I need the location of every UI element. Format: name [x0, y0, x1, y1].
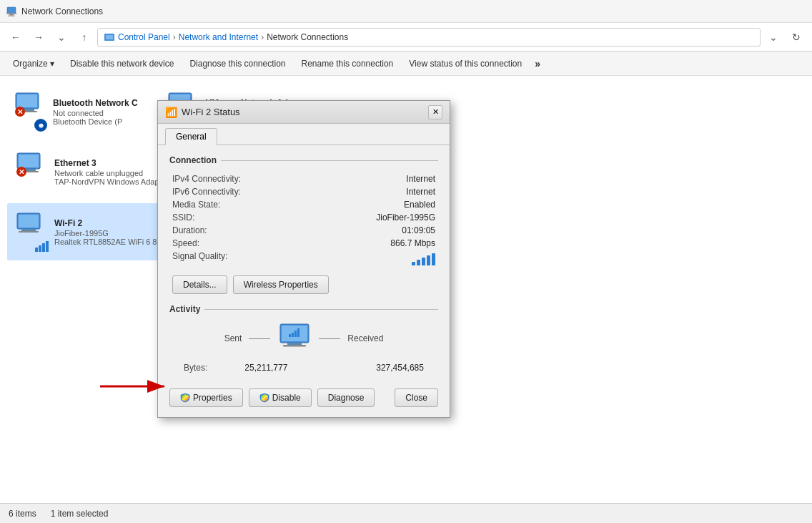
- connection-label: Connection: [169, 155, 217, 165]
- disable-label: Disable: [272, 393, 301, 403]
- breadcrumb-network-connections[interactable]: Network Connections: [267, 32, 348, 42]
- media-state-label: Media State:: [172, 200, 220, 210]
- wireless-properties-button[interactable]: Wireless Properties: [233, 275, 329, 294]
- network-item-bluetooth[interactable]: ✕ ⎈ Bluetooth Network C Not connected Bl…: [7, 83, 157, 140]
- bar-4: [427, 255, 430, 265]
- window-title: Network Connections: [21, 6, 103, 16]
- items-count: 6 items: [9, 509, 36, 519]
- diagnose-connection-button[interactable]: Diagnose this connection: [182, 54, 292, 73]
- svg-rect-29: [283, 345, 306, 347]
- ipv6-row: IPv6 Connectivity: Internet: [169, 185, 438, 198]
- activity-bytes: Bytes: 25,211,777 327,454,685: [169, 363, 438, 373]
- refresh-button[interactable]: ↻: [786, 27, 806, 47]
- bar-5: [432, 253, 435, 265]
- wifi2-computer-icon: [14, 212, 43, 239]
- activity-visual: Sent: [169, 321, 438, 356]
- bytes-label: Bytes:: [184, 363, 207, 373]
- toolbar: Organize ▾ Disable this network device D…: [0, 52, 812, 76]
- dialog-wifi-icon: 📶: [165, 107, 177, 118]
- more-options-button[interactable]: »: [530, 54, 545, 73]
- ssid-value: JioFiber-1995G: [376, 212, 435, 223]
- ethernet3-computer-icon: ✕: [14, 152, 43, 179]
- bluetooth-icon-wrap: ✕ ⎈: [13, 92, 47, 132]
- bar-2: [417, 260, 420, 265]
- wifi-status-dialog: 📶 Wi-Fi 2 Status ✕ General Connection IP…: [157, 100, 450, 418]
- breadcrumb-network-internet[interactable]: Network and Internet: [179, 32, 258, 42]
- speed-label: Speed:: [172, 238, 199, 248]
- forward-button[interactable]: →: [29, 27, 49, 47]
- network-connections-icon: [6, 6, 17, 17]
- svg-rect-2: [9, 14, 14, 15]
- recent-locations-button[interactable]: ⌄: [51, 27, 71, 47]
- bluetooth-network-name: Bluetooth Network C: [53, 98, 152, 108]
- activity-label: Activity: [169, 304, 200, 314]
- signal-quality-label: Signal Quality:: [172, 251, 227, 265]
- duration-label: Duration:: [172, 225, 207, 235]
- media-state-value: Enabled: [404, 200, 435, 210]
- svg-rect-3: [8, 15, 15, 16]
- details-button[interactable]: Details...: [172, 275, 227, 294]
- up-button[interactable]: ↑: [74, 27, 94, 47]
- ssid-label: SSID:: [172, 212, 194, 223]
- sent-line: [249, 338, 270, 339]
- connection-section-header: Connection: [169, 155, 438, 165]
- bar-1: [412, 262, 415, 265]
- dialog-title: Wi-Fi 2 Status: [182, 107, 240, 117]
- ethernet3-icon-wrap: ✕: [14, 152, 49, 192]
- activity-computer-icon: [277, 321, 312, 356]
- svg-rect-5: [106, 35, 113, 39]
- duration-row: Duration: 01:09:05: [169, 224, 438, 237]
- path-icon: [104, 31, 115, 43]
- svg-rect-33: [297, 328, 299, 337]
- properties-button[interactable]: Properties: [169, 388, 243, 407]
- activity-section-line: [204, 309, 438, 310]
- status-bar: 6 items 1 item selected: [0, 503, 812, 523]
- disable-network-button[interactable]: Disable this network device: [63, 54, 181, 73]
- sent-label: Sent: [224, 333, 242, 343]
- signal-quality-row: Signal Quality:: [169, 250, 438, 267]
- ipv6-label: IPv6 Connectivity:: [172, 187, 241, 197]
- svg-rect-24: [21, 229, 36, 231]
- selected-count: 1 item selected: [51, 509, 109, 519]
- diagnose-button[interactable]: Diagnose: [317, 388, 375, 407]
- computer-icon: ✕: [13, 92, 41, 119]
- title-bar: Network Connections: [0, 0, 812, 23]
- address-path[interactable]: Control Panel › Network and Internet › N…: [97, 28, 761, 47]
- svg-rect-31: [292, 333, 294, 337]
- received-bytes-value: 327,454,685: [376, 363, 424, 373]
- address-bar: ← → ⌄ ↑ Control Panel › Network and Inte…: [0, 23, 812, 52]
- activity-section-header: Activity: [169, 304, 438, 314]
- bluetooth-network-status: Not connected: [53, 109, 152, 117]
- dialog-footer: Properties Disable Diagnose Close: [158, 383, 450, 417]
- svg-rect-17: [19, 155, 39, 167]
- disable-button[interactable]: Disable: [249, 388, 312, 407]
- shield-icon: [180, 393, 190, 403]
- connection-section-line: [221, 160, 438, 161]
- received-line: [319, 338, 340, 339]
- svg-rect-23: [19, 215, 39, 228]
- ipv4-label: IPv4 Connectivity:: [172, 174, 241, 184]
- svg-rect-0: [7, 7, 16, 14]
- tab-general[interactable]: General: [165, 128, 217, 145]
- svg-text:✕: ✕: [17, 108, 23, 116]
- dialog-close-x-button[interactable]: ✕: [428, 105, 442, 119]
- organize-button[interactable]: Organize ▾: [6, 54, 61, 73]
- rename-connection-button[interactable]: Rename this connection: [294, 54, 401, 73]
- dialog-action-row: Details... Wireless Properties: [169, 275, 438, 294]
- sent-bytes-value: 25,211,777: [244, 363, 287, 373]
- dialog-body: Connection IPv4 Connectivity: Internet I…: [158, 145, 450, 383]
- ssid-row: SSID: JioFiber-1995G: [169, 211, 438, 224]
- dropdown-button[interactable]: ⌄: [763, 27, 783, 47]
- back-button[interactable]: ←: [6, 27, 26, 47]
- speed-value: 866.7 Mbps: [390, 238, 435, 248]
- bluetooth-network-info: Bluetooth Network C Not connected Blueto…: [53, 98, 152, 126]
- bar-3: [422, 258, 425, 265]
- bluetooth-network-device: Bluetooth Device (P: [53, 117, 152, 126]
- breadcrumb-control-panel[interactable]: Control Panel: [118, 32, 170, 42]
- view-status-button[interactable]: View status of this connection: [402, 54, 529, 73]
- svg-rect-25: [19, 231, 39, 233]
- wifi-signal-small: [35, 241, 49, 252]
- activity-monitor-svg: [277, 321, 312, 353]
- speed-row: Speed: 866.7 Mbps: [169, 237, 438, 250]
- close-button[interactable]: Close: [395, 388, 438, 407]
